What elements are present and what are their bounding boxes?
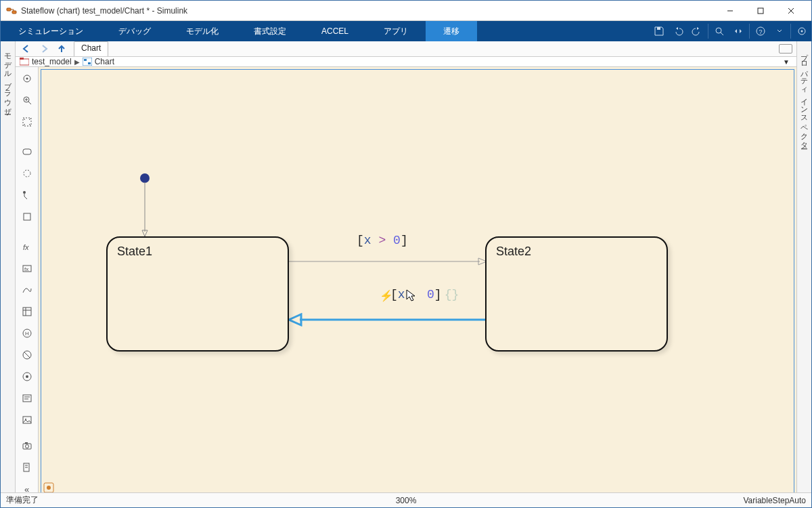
transition-s1-s2-label[interactable]: [x > 0]	[357, 234, 408, 247]
palette-collapse-icon[interactable]: «	[18, 480, 36, 492]
svg-rect-28	[24, 213, 30, 220]
breadcrumb-chart[interactable]: Chart	[95, 57, 114, 66]
svg-rect-6	[657, 27, 660, 30]
status-zoom[interactable]: 300%	[273, 496, 539, 505]
palette-simulink-function-icon[interactable]: fx	[18, 259, 36, 277]
svg-rect-48	[25, 442, 28, 444]
undo-icon[interactable]	[669, 21, 687, 41]
svg-point-47	[25, 445, 28, 448]
palette-box-icon[interactable]	[18, 208, 36, 226]
svg-rect-3	[758, 8, 763, 14]
expand-icon[interactable]	[729, 21, 748, 41]
palette-target-icon[interactable]	[18, 70, 36, 87]
svg-text:fx: fx	[24, 266, 28, 272]
minimize-button[interactable]	[715, 1, 745, 21]
nav-forward-icon[interactable]	[36, 41, 52, 56]
toolstrip: シミュレーション デバッグ モデル化 書式設定 ACCEL アプリ 遷移 ?	[1, 21, 811, 41]
model-icon	[20, 58, 29, 66]
svg-rect-14	[20, 58, 24, 60]
save-icon[interactable]	[650, 21, 669, 41]
model-browser-label: モデル ブラウザー	[3, 45, 13, 113]
svg-rect-0	[7, 8, 11, 11]
palette-junction-icon[interactable]	[18, 165, 36, 182]
palette-annotation-icon[interactable]	[18, 389, 36, 407]
svg-line-8	[721, 33, 723, 35]
transition-s1-s2[interactable]	[289, 257, 489, 266]
nav-back-icon[interactable]	[18, 41, 35, 56]
canvas-badge-icon[interactable]	[43, 482, 55, 492]
svg-line-21	[28, 102, 31, 104]
breadcrumb-dropdown-icon[interactable]: ▼	[780, 58, 792, 66]
palette-history-icon[interactable]: H	[18, 324, 36, 342]
svg-rect-25	[23, 149, 31, 154]
svg-line-38	[24, 352, 30, 358]
model-browser-tab[interactable]: モデル ブラウザー	[1, 41, 16, 492]
default-transition-arrow[interactable]	[140, 179, 151, 240]
state-state1[interactable]: State1	[106, 236, 289, 352]
close-button[interactable]	[775, 1, 806, 21]
transition-s2-s1[interactable]	[288, 313, 489, 326]
menu-transition[interactable]: 遷移	[426, 21, 477, 41]
palette-state-icon[interactable]	[18, 143, 36, 161]
menu-simulation[interactable]: シミュレーション	[1, 21, 101, 41]
keyboard-icon[interactable]	[777, 41, 794, 56]
transition-s2-s1-label[interactable]: [x 0]{}	[390, 288, 459, 301]
palette-default-transition-icon[interactable]	[18, 186, 36, 204]
svg-text:?: ?	[759, 28, 762, 35]
svg-rect-41	[23, 395, 31, 402]
help-dropdown-icon[interactable]	[770, 21, 789, 41]
palette-truth-table-icon[interactable]	[18, 303, 36, 320]
search-icon[interactable]	[710, 21, 729, 41]
svg-point-26	[24, 170, 30, 177]
titlebar: Stateflow (chart) test_model/Chart * - S…	[1, 1, 811, 21]
svg-rect-17	[88, 62, 91, 64]
svg-point-7	[716, 28, 721, 33]
palette-connective-junction-icon[interactable]	[18, 346, 36, 364]
svg-point-56	[47, 486, 51, 490]
menu-modeling[interactable]: モデル化	[168, 21, 236, 41]
svg-point-40	[26, 375, 28, 378]
canvas-tab[interactable]: Chart	[74, 41, 108, 56]
svg-point-27	[23, 191, 26, 194]
maximize-button[interactable]	[745, 1, 775, 21]
palette-entry-icon[interactable]	[18, 368, 36, 385]
chart-icon	[83, 58, 92, 66]
palette-fit-icon[interactable]	[18, 113, 36, 131]
menu-debug[interactable]: デバッグ	[101, 21, 168, 41]
property-inspector-label: プロパティ インスペクター	[799, 45, 809, 148]
breadcrumb: test_model ▶ Chart ▼	[16, 57, 796, 67]
menu-format[interactable]: 書式設定	[236, 21, 304, 41]
status-ready: 準備完了	[6, 494, 273, 506]
palette-camera-icon[interactable]	[18, 437, 36, 454]
property-inspector-tab[interactable]: プロパティ インスペクター	[796, 41, 811, 492]
svg-rect-16	[84, 59, 87, 61]
svg-point-19	[26, 78, 28, 80]
palette-image-icon[interactable]	[18, 411, 36, 429]
help-icon[interactable]: ?	[751, 21, 770, 41]
svg-text:H: H	[25, 331, 29, 337]
state1-label: State1	[117, 245, 152, 258]
palette: fx fx H «	[16, 67, 39, 492]
svg-point-12	[801, 30, 803, 33]
breadcrumb-model[interactable]: test_model	[32, 57, 72, 66]
redo-icon[interactable]	[687, 21, 706, 41]
palette-requirements-icon[interactable]	[18, 459, 36, 476]
svg-text:fx: fx	[23, 243, 29, 251]
state-state2[interactable]: State2	[485, 236, 668, 352]
target-icon[interactable]	[792, 21, 811, 41]
status-solver[interactable]: VariableStepAuto	[539, 496, 806, 505]
canvas[interactable]: [x > 0] ⚡ [x 0]{} State1 St	[39, 67, 796, 492]
explorer-bar: Chart	[16, 41, 796, 57]
state2-label: State2	[496, 245, 531, 258]
statusbar: 準備完了 300% VariableStepAuto	[1, 492, 811, 507]
window-title: Stateflow (chart) test_model/Chart * - S…	[21, 6, 715, 16]
palette-zoom-icon[interactable]	[18, 91, 36, 109]
svg-rect-44	[23, 417, 31, 423]
svg-rect-15	[83, 58, 92, 66]
palette-graphical-function-icon[interactable]	[18, 281, 36, 299]
menu-accel[interactable]: ACCEL	[304, 21, 366, 41]
nav-up-icon[interactable]	[53, 41, 70, 56]
stateflow-app-icon	[6, 5, 17, 16]
palette-function-icon[interactable]: fx	[18, 238, 36, 255]
menu-apps[interactable]: アプリ	[366, 21, 426, 41]
